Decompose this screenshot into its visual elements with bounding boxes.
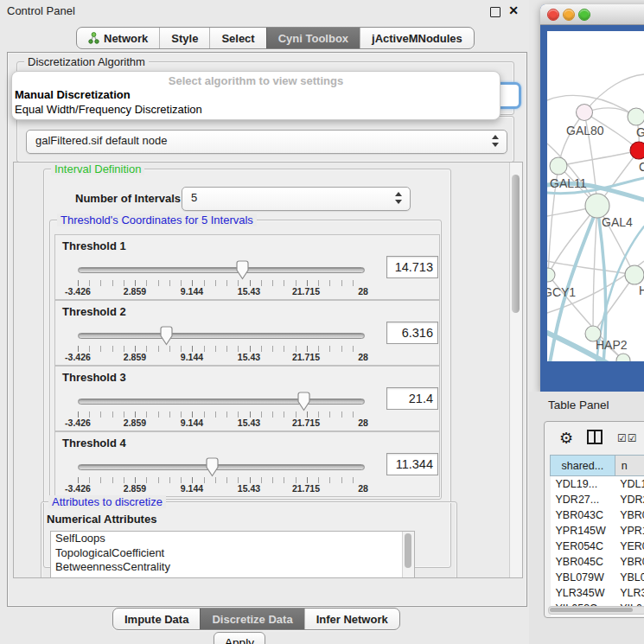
table-row[interactable]: YLR345WYLR3 (551, 585, 644, 601)
network-icon (88, 32, 99, 44)
threshold-1-slider[interactable]: -3.4262.8599.14415.4321.71528 (78, 259, 363, 296)
scrollbar-thumb[interactable] (512, 175, 520, 313)
thresholds-title: Threshold's Coordinates for 5 Intervals (57, 214, 257, 226)
number-of-intervals-label: Number of Intervals (75, 192, 181, 205)
slider-thumb[interactable] (206, 457, 219, 477)
settings-scrollpane: Interval Definition Number of Intervals … (13, 162, 523, 578)
control-panel: Control Panel ✕ Network Style Select Cyn… (0, 0, 529, 644)
table-row[interactable]: YBR043CYBR0 (551, 507, 644, 523)
threshold-1-panel: Threshold 1 -3.4262.8599.14415.4321.7152… (54, 234, 440, 300)
option-equal-width-frequency[interactable]: Equal Width/Frequency Discretization (12, 102, 500, 117)
control-panel-titlebar: Control Panel ✕ (0, 0, 529, 22)
threshold-3-slider[interactable]: -3.4262.8599.14415.4321.71528 (78, 391, 363, 427)
node-label-cut-h: H (639, 284, 644, 297)
node-label-cut-g: G (636, 125, 644, 139)
threshold-3-value-field[interactable]: 21.4 (386, 387, 438, 410)
node-label-gcy1: GCY1 (547, 285, 576, 299)
node-gcy1 (547, 268, 555, 282)
node-gal80 (577, 105, 593, 121)
tab-impute-data[interactable]: Impute Data (113, 609, 200, 629)
list-item[interactable]: SelfLoops (51, 532, 414, 546)
table-row[interactable]: YBR045CYBR0 (551, 554, 644, 570)
checkbox-icons[interactable]: ☑☑ (617, 432, 638, 444)
tab-jactivemnodules[interactable]: jActiveMNodules (360, 28, 474, 48)
table-row[interactable]: YPR145WYPR1 (551, 523, 644, 539)
slider-thumb[interactable] (160, 326, 173, 346)
tab-discretize-data[interactable]: Discretize Data (200, 609, 303, 629)
node-top-right (628, 108, 644, 125)
slider-thumb[interactable] (236, 260, 249, 280)
table-row[interactable]: YER054CYER0 (551, 539, 644, 554)
threshold-3-panel: Threshold 3 -3.4262.8599.14415.4321.7152… (54, 366, 440, 431)
tab-cyni-toolbox[interactable]: Cyni Toolbox (266, 28, 360, 48)
cyni-toolbox-panel: Discretization Algorithm Select algorith… (7, 52, 527, 607)
spinner-arrows-icon (395, 191, 402, 205)
table-panel-title: Table Panel (548, 399, 609, 411)
tab-network[interactable]: Network (77, 28, 159, 48)
column-header-name[interactable]: n (615, 456, 644, 476)
float-window-icon[interactable] (490, 7, 501, 17)
node-label-gal4: GAL4 (602, 215, 633, 229)
option-manual-discretization[interactable]: Manual Discretization (12, 87, 500, 102)
gear-icon[interactable]: ⚙ (559, 429, 573, 448)
slider-ticks (78, 346, 364, 352)
apply-button[interactable]: Apply (214, 632, 265, 644)
algorithm-placeholder-option[interactable]: Select algorithm to view settings (12, 72, 500, 87)
tab-network-label: Network (104, 32, 148, 45)
attributes-label: Attributes to discretize (48, 495, 166, 508)
settings-vertical-scrollbar[interactable] (509, 163, 522, 577)
slider-ticks (78, 280, 364, 286)
node-red-selected (630, 142, 644, 159)
minimize-traffic-light[interactable] (563, 9, 575, 21)
network-view-window: GAL80 G C GAL11 GAL4 GCY1 H HAP2 (540, 4, 644, 392)
number-of-intervals-combobox[interactable]: 5 (182, 187, 411, 211)
slider-track[interactable] (78, 464, 365, 470)
number-of-intervals-value: 5 (191, 191, 197, 204)
interval-definition-label: Interval Definition (51, 163, 144, 175)
threshold-1-value-field[interactable]: 14.713 (386, 256, 438, 278)
table-panel-window: ⚙ ☑☑ shared... n YDL19...YDL1 YDR27...YD… (544, 421, 644, 618)
node-label-gal11: GAL11 (550, 176, 587, 190)
numerical-attributes-list[interactable]: SelfLoops TopologicalCoefficient Between… (50, 531, 415, 578)
table-data-combobox[interactable]: galFiltered.sif default node (26, 130, 507, 154)
close-icon[interactable]: ✕ (508, 3, 519, 17)
table-horizontal-scrollbar[interactable] (548, 606, 644, 615)
thresholds-group: Threshold's Coordinates for 5 Intervals … (49, 220, 442, 500)
attributes-group: Attributes to discretize Numerical Attri… (41, 501, 457, 578)
split-columns-icon[interactable] (587, 430, 603, 444)
table-row[interactable]: YDL19...YDL1 (551, 476, 644, 493)
slider-track[interactable] (78, 333, 365, 339)
threshold-2-panel: Threshold 2 -3.4262.8599.14415.4321.7152… (54, 300, 440, 366)
table-row[interactable]: YDR27...YDR2 (551, 492, 644, 507)
tab-infer-network[interactable]: Infer Network (304, 609, 399, 629)
algorithm-dropdown-popup: Select algorithm to view settings Manual… (11, 71, 501, 120)
discretization-algorithm-label: Discretization Algorithm (24, 55, 149, 68)
list-scrollbar[interactable] (402, 532, 414, 578)
panel-title: Control Panel (7, 4, 75, 17)
tab-select[interactable]: Select (209, 28, 265, 48)
spinner-arrows-icon (492, 134, 499, 148)
slider-thumb[interactable] (297, 392, 310, 411)
zoom-traffic-light[interactable] (578, 9, 590, 21)
slider-track[interactable] (78, 399, 365, 405)
node-gal4 (585, 194, 609, 218)
table-data-value: galFiltered.sif default node (35, 134, 167, 147)
list-item[interactable]: TopologicalCoefficient (51, 546, 414, 561)
threshold-2-value-field[interactable]: 6.316 (386, 322, 438, 344)
threshold-4-value-field[interactable]: 11.344 (386, 453, 438, 475)
tab-style[interactable]: Style (159, 28, 209, 48)
threshold-2-slider[interactable]: -3.4262.8599.14415.4321.71528 (78, 325, 363, 361)
table-row[interactable]: YBL079WYBL0 (551, 570, 644, 585)
control-panel-tab-bar: Network Style Select Cyni Toolbox jActiv… (76, 27, 475, 49)
close-traffic-light[interactable] (547, 9, 559, 21)
table-data-group: Table Data galFiltered.sif default node (16, 116, 514, 163)
network-window-titlebar (540, 4, 644, 25)
list-item[interactable]: BetweennessCentrality (51, 560, 414, 575)
column-header-shared[interactable]: shared... (551, 456, 615, 476)
threshold-4-slider[interactable]: -3.4262.8599.14415.4321.71528 (78, 456, 363, 493)
slider-ticks (78, 411, 364, 418)
node-h (625, 265, 644, 284)
slider-track[interactable] (78, 267, 365, 273)
node-label-hap2: HAP2 (596, 338, 628, 352)
network-canvas[interactable]: GAL80 G C GAL11 GAL4 GCY1 H HAP2 (547, 31, 644, 361)
